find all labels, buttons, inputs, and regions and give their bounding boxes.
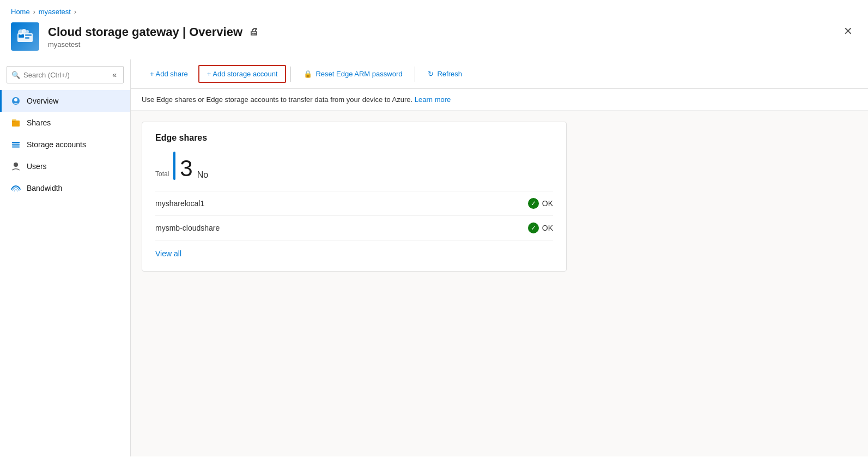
sidebar-item-bandwidth[interactable]: Bandwidth [0,177,130,199]
total-label-col: Total [155,170,169,180]
ok-icon-2: ✓ [528,223,539,233]
total-count: 3 [180,157,192,180]
share-status-label-2: OK [542,224,553,232]
share-row: mysharelocal1 ✓ OK [155,191,553,216]
page-header: Cloud storage gateway | Overview 🖨 myase… [0,20,868,59]
edge-shares-card: Edge shares Total 3 No mysharelocal1 [142,122,567,272]
breadcrumb-sep1: › [33,8,35,16]
share-status-2: ✓ OK [528,223,553,233]
card-title: Edge shares [155,133,553,143]
shares-icon [10,117,21,128]
title-text: Cloud storage gateway | Overview [48,25,242,39]
description-text: Use Edge shares or Edge storage accounts… [142,95,412,104]
breadcrumb: Home › myasetest › [0,0,868,20]
sidebar-item-shares[interactable]: Shares [0,112,130,134]
breadcrumb-sep2: › [74,8,76,16]
svg-rect-12 [12,142,20,143]
stats-row: Total 3 No [155,152,553,180]
share-name-1: mysharelocal1 [155,199,528,208]
svg-point-5 [22,29,26,33]
lock-icon: 🔒 [304,70,312,78]
reset-arm-label: Reset Edge ARM password [315,70,402,78]
page-title: Cloud storage gateway | Overview 🖨 [48,25,259,39]
learn-more-link[interactable]: Learn more [415,95,451,104]
ok-icon-1: ✓ [528,198,539,209]
share-row-2: mysmb-cloudshare ✓ OK [155,216,553,240]
users-icon [10,161,21,172]
header-left: Cloud storage gateway | Overview 🖨 myase… [11,22,259,51]
bandwidth-icon [10,183,21,194]
sidebar: 🔍 « Overview [0,59,131,456]
sidebar-item-users-label: Users [27,162,47,171]
close-button[interactable]: ✕ [839,22,857,40]
storage-accounts-icon [10,139,21,150]
svg-rect-1 [19,34,24,38]
collapse-sidebar-button[interactable]: « [110,69,119,80]
sidebar-item-bandwidth-label: Bandwidth [27,184,62,193]
share-status-label-1: OK [542,199,553,208]
breadcrumb-parent[interactable]: myasetest [39,8,71,16]
sidebar-item-overview-label: Overview [27,97,58,105]
refresh-icon: ↻ [428,70,434,78]
svg-rect-2 [25,34,32,36]
view-all-link[interactable]: View all [155,249,181,258]
svg-rect-13 [12,144,20,146]
toolbar-divider [290,67,291,82]
header-title-block: Cloud storage gateway | Overview 🖨 myase… [48,25,259,49]
refresh-label: Refresh [437,70,462,78]
svg-point-6 [26,30,29,33]
svg-point-15 [14,163,18,167]
add-storage-account-button[interactable]: + Add storage account [198,65,287,83]
page-subtitle: myasetest [48,40,259,49]
svg-rect-11 [12,119,16,121]
total-label: Total [155,170,169,178]
sidebar-item-storage-accounts[interactable]: Storage accounts [0,134,130,155]
cards-area: Edge shares Total 3 No mysharelocal1 [131,111,868,282]
search-input[interactable] [23,71,107,79]
svg-rect-3 [25,37,29,39]
sidebar-item-overview[interactable]: Overview [0,90,130,112]
add-share-button[interactable]: + Add share [142,65,196,82]
toolbar-divider-2 [415,67,415,82]
reset-arm-password-button[interactable]: 🔒 Reset Edge ARM password [295,65,410,82]
refresh-button[interactable]: ↻ Refresh [420,65,470,82]
svg-point-8 [14,98,17,101]
stat-bar [173,152,175,180]
svg-rect-14 [12,146,20,148]
sidebar-item-shares-label: Shares [27,118,51,127]
search-box[interactable]: 🔍 « [7,66,124,83]
main-layout: 🔍 « Overview [0,59,868,456]
overview-icon [10,95,21,106]
breadcrumb-home[interactable]: Home [11,8,30,16]
description-bar: Use Edge shares or Edge storage accounts… [131,89,868,111]
share-list: mysharelocal1 ✓ OK mysmb-cloudshare ✓ OK [155,191,553,240]
total-suffix: No [197,170,208,180]
sidebar-item-storage-accounts-label: Storage accounts [27,140,86,149]
search-icon: 🔍 [11,71,20,79]
toolbar: + Add share + Add storage account 🔒 Rese… [131,59,868,89]
service-icon [11,22,39,51]
content-area: + Add share + Add storage account 🔒 Rese… [131,59,868,456]
share-name-2: mysmb-cloudshare [155,224,528,232]
print-icon[interactable]: 🖨 [249,26,259,38]
sidebar-item-users[interactable]: Users [0,155,130,177]
share-status-1: ✓ OK [528,198,553,209]
